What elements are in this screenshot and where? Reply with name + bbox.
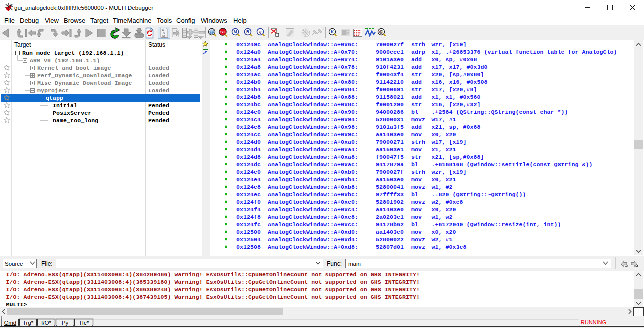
svg-text:ij: ij bbox=[259, 30, 262, 34]
svg-text:R: R bbox=[246, 29, 249, 34]
svg-text:M: M bbox=[233, 29, 237, 34]
svg-text:ST: ST bbox=[220, 30, 225, 34]
svg-text:M: M bbox=[162, 34, 165, 38]
svg-text:K: K bbox=[331, 29, 334, 34]
svg-text:@: @ bbox=[379, 29, 384, 34]
